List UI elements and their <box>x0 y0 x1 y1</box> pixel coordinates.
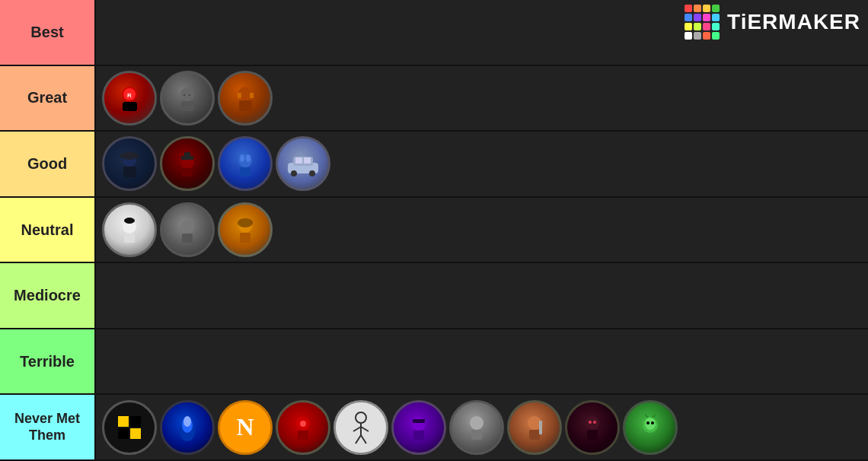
tier-content-terrible <box>96 329 868 394</box>
svg-rect-41 <box>130 428 141 439</box>
tier-label-mediocre: Mediocre <box>0 263 96 328</box>
logo-cell <box>712 5 720 12</box>
svg-point-14 <box>120 152 139 160</box>
tier-content-neutral <box>96 198 868 262</box>
tier-table: TiERMAKER Best Great R <box>0 0 868 461</box>
avatar-purple-villain[interactable] <box>391 400 446 455</box>
svg-line-52 <box>356 435 361 444</box>
avatar-car[interactable] <box>276 136 330 191</box>
logo-cell <box>712 23 720 30</box>
logo-cell <box>694 32 701 40</box>
avatar-blue-flame[interactable] <box>160 400 215 455</box>
svg-rect-33 <box>182 234 193 243</box>
avatar-roblox-default[interactable] <box>102 400 157 455</box>
avatar-grey-person[interactable] <box>449 400 504 455</box>
svg-rect-39 <box>130 416 141 427</box>
logo-cell <box>685 5 692 12</box>
svg-line-50 <box>353 427 361 431</box>
svg-point-64 <box>589 421 592 424</box>
svg-point-67 <box>645 418 656 430</box>
svg-point-25 <box>291 170 297 176</box>
svg-rect-27 <box>295 157 302 164</box>
logo-cell <box>712 32 720 40</box>
logo-cell <box>694 14 701 21</box>
svg-rect-58 <box>471 430 482 440</box>
svg-rect-18 <box>184 152 190 159</box>
svg-marker-68 <box>644 413 649 418</box>
logo-grid <box>685 5 720 40</box>
svg-rect-63 <box>587 430 598 440</box>
tier-row-never: Never Met Them <box>0 395 868 461</box>
svg-point-31 <box>124 218 135 224</box>
svg-point-32 <box>180 220 194 234</box>
tier-label-neutral: Neutral <box>0 198 96 262</box>
avatar-orange-n[interactable]: N <box>218 400 273 455</box>
svg-point-57 <box>470 416 483 430</box>
svg-rect-56 <box>413 419 425 423</box>
tier-row-mediocre: Mediocre <box>0 263 868 329</box>
svg-line-51 <box>361 427 369 431</box>
tier-row-terrible: Terrible <box>0 329 868 396</box>
svg-point-44 <box>183 416 191 427</box>
avatar-orange-char[interactable] <box>218 202 273 257</box>
logo-cell <box>712 14 720 21</box>
logo-cell <box>703 32 710 40</box>
svg-point-36 <box>238 218 253 227</box>
avatar-villain-hat[interactable] <box>160 136 215 191</box>
svg-point-26 <box>309 170 315 176</box>
logo-cell <box>703 5 710 12</box>
svg-rect-9 <box>239 100 252 111</box>
svg-rect-1 <box>123 102 137 111</box>
svg-point-71 <box>651 421 654 424</box>
logo-area: TiERMAKER <box>685 5 860 40</box>
avatar-dark-figure[interactable] <box>102 136 157 191</box>
svg-point-65 <box>593 421 596 424</box>
tier-row-good: Good <box>0 132 868 198</box>
logo-cell <box>685 32 692 40</box>
svg-point-54 <box>412 417 426 431</box>
avatar-anime-blue[interactable] <box>218 136 273 191</box>
avatar-stick-figure[interactable] <box>333 400 388 455</box>
svg-rect-38 <box>118 416 129 427</box>
tier-label-terrible: Terrible <box>0 329 96 394</box>
svg-point-70 <box>646 421 649 424</box>
svg-rect-40 <box>118 428 129 439</box>
svg-rect-61 <box>539 421 542 434</box>
svg-point-21 <box>240 154 244 162</box>
avatar-grey-figure2[interactable] <box>160 202 215 257</box>
avatar-white-girl[interactable] <box>102 202 157 257</box>
svg-rect-55 <box>413 431 424 440</box>
avatar-armored[interactable] <box>218 71 273 126</box>
svg-rect-46 <box>298 431 308 440</box>
tier-label-great: Great <box>0 66 96 131</box>
svg-point-48 <box>356 412 366 423</box>
svg-rect-11 <box>250 93 254 98</box>
logo-tier: TiERMAKER <box>727 10 860 33</box>
svg-rect-16 <box>182 168 193 176</box>
svg-point-62 <box>586 416 599 430</box>
svg-rect-60 <box>529 430 540 440</box>
avatar-dragon[interactable] <box>623 400 678 455</box>
tier-content-good <box>96 132 868 196</box>
logo-text: TiERMAKER <box>727 10 860 34</box>
tier-label-best: Best <box>0 0 96 65</box>
svg-point-4 <box>180 87 194 101</box>
tier-label-good: Good <box>0 132 96 196</box>
svg-point-47 <box>300 421 306 427</box>
svg-point-22 <box>246 154 251 162</box>
logo-cell <box>694 5 701 12</box>
logo-cell <box>694 23 701 30</box>
svg-rect-35 <box>240 233 251 243</box>
avatar-dark-figure2[interactable] <box>565 400 620 455</box>
svg-rect-20 <box>240 167 251 176</box>
svg-line-53 <box>361 435 366 444</box>
tier-label-never: Never Met Them <box>0 395 96 459</box>
avatar-red-roblox[interactable]: R <box>102 71 157 126</box>
avatar-warrior[interactable] <box>507 400 562 455</box>
logo-cell <box>685 14 692 21</box>
avatar-grey-char[interactable] <box>160 71 215 126</box>
tier-row-great: Great R <box>0 66 868 132</box>
svg-rect-13 <box>123 167 136 177</box>
tier-content-mediocre <box>96 263 868 328</box>
avatar-red-villain2[interactable] <box>276 400 330 455</box>
